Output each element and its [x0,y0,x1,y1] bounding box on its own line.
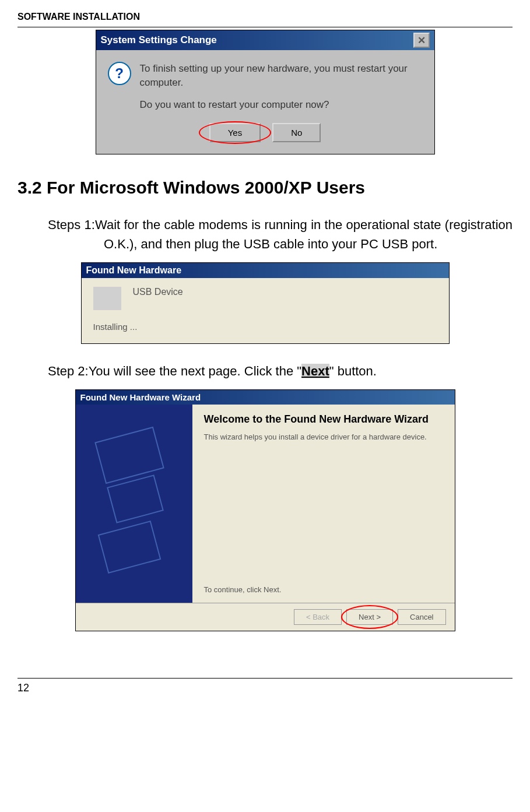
yes-button[interactable]: Yes [209,123,261,142]
wizard-description: This wizard helps you install a device d… [204,433,443,585]
dialog-titlebar: System Settings Change ✕ [96,30,434,50]
dialog-title: System Settings Change [101,34,217,46]
wizard-heading: Welcome to the Found New Hardware Wizard [204,413,443,426]
no-button[interactable]: No [272,123,321,142]
close-icon[interactable]: ✕ [413,33,430,48]
next-button[interactable]: Next > [346,609,393,625]
dialog-system-settings: System Settings Change ✕ ? To finish set… [17,30,513,154]
header-rule [17,27,513,27]
wizard-continue-text: To continue, click Next. [204,585,443,594]
hardware-icon [93,287,121,310]
found-hardware-dialog: Found New Hardware USB Device Installing… [81,262,450,344]
device-name: USB Device [133,287,183,310]
cancel-button[interactable]: Cancel [398,609,445,625]
question-mark-icon: ? [108,62,131,85]
step2-text: Step 2:You will see the next page. Click… [48,361,513,381]
section-heading: 3.2 For Microsoft Windows 2000/XP Users [17,178,513,198]
page-number: 12 [17,678,513,694]
page-header: SOFTWARE INSTALLATION [17,12,513,22]
install-status: Installing ... [82,322,449,343]
wizard-dialog: Found New Hardware Wizard Welcome to the… [75,389,455,631]
found-hw-title: Found New Hardware [82,263,449,278]
wizard-sidebar-graphic [76,405,192,603]
wizard-titlebar: Found New Hardware Wizard [76,390,455,405]
step1-text: Steps 1:Wait for the cable modems is run… [48,215,513,254]
back-button: < Back [294,609,342,625]
dialog-message: To finish setting up your new hardware, … [140,62,423,111]
